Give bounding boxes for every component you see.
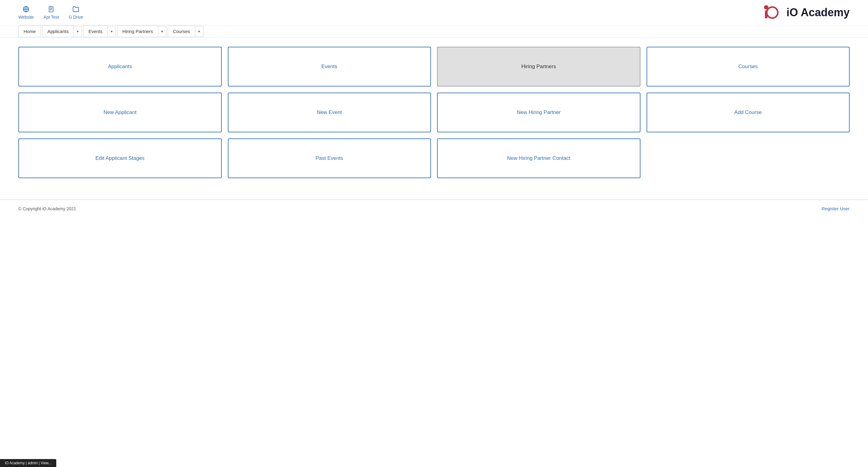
nav-item-events[interactable]: Events <box>83 25 108 37</box>
new-hiring-partner-contact-card[interactable]: New Hiring Partner Contact <box>437 138 641 178</box>
nav-item-hiring-partners[interactable]: Hiring Partners <box>117 25 158 37</box>
add-course-card[interactable]: Add Course <box>647 93 850 132</box>
logo-text-io: i <box>786 6 789 19</box>
website-label: Website <box>18 15 34 20</box>
nav-item-home[interactable]: Home <box>18 25 41 37</box>
logo: iO Academy <box>760 5 850 20</box>
website-link[interactable]: Website <box>18 6 34 20</box>
footer-copyright: © Copyright iO Academy 2021 <box>18 206 76 211</box>
apt-test-link[interactable]: Apt Test <box>43 6 59 20</box>
header-links: Website Apt Test G Drive <box>18 6 83 20</box>
nav-courses-dropdown[interactable]: ▾ <box>195 26 204 37</box>
applicants-card[interactable]: Applicants <box>18 47 222 87</box>
nav-home-group: Home <box>18 25 41 37</box>
edit-applicant-stages-card[interactable]: Edit Applicant Stages <box>18 138 222 178</box>
logo-icon <box>760 5 784 20</box>
grid-row-3: Edit Applicant Stages Past Events New Hi… <box>18 138 850 178</box>
register-user-link[interactable]: Register User <box>822 206 850 211</box>
globe-icon <box>23 6 29 13</box>
new-hiring-partner-card[interactable]: New Hiring Partner <box>437 93 641 132</box>
folder-icon <box>72 6 79 13</box>
svg-rect-8 <box>765 10 767 18</box>
grid-row-2: New Applicant New Event New Hiring Partn… <box>18 93 850 132</box>
doc-icon <box>48 6 55 13</box>
new-applicant-card[interactable]: New Applicant <box>18 93 222 132</box>
nav-item-courses[interactable]: Courses <box>167 25 195 37</box>
footer: © Copyright iO Academy 2021 Register Use… <box>0 200 868 217</box>
g-drive-link[interactable]: G Drive <box>69 6 83 20</box>
courses-card[interactable]: Courses <box>647 47 850 87</box>
hiring-partners-card[interactable]: Hiring Partners <box>437 47 641 87</box>
svg-point-7 <box>767 7 778 18</box>
events-card[interactable]: Events <box>228 47 431 87</box>
apt-test-label: Apt Test <box>43 15 59 20</box>
nav-applicants-dropdown[interactable]: ▾ <box>74 26 82 37</box>
nav-events-dropdown[interactable]: ▾ <box>108 26 116 37</box>
header: Website Apt Test G Drive <box>0 0 868 25</box>
nav-item-applicants[interactable]: Applicants <box>42 25 74 37</box>
nav-events-group: Events ▾ <box>83 25 116 37</box>
bottom-bar: iO Academy | admin | View... <box>0 459 56 467</box>
logo-text: iO Academy <box>786 6 850 19</box>
new-event-card[interactable]: New Event <box>228 93 431 132</box>
nav-hiring-partners-dropdown[interactable]: ▾ <box>158 26 166 37</box>
grid-row-1: Applicants Events Hiring Partners Course… <box>18 47 850 87</box>
main-content: Applicants Events Hiring Partners Course… <box>0 38 868 194</box>
nav-hiring-partners-group: Hiring Partners ▾ <box>117 25 166 37</box>
nav-courses-group: Courses ▾ <box>167 25 204 37</box>
nav-bar: Home Applicants ▾ Events ▾ Hiring Partne… <box>0 25 868 38</box>
nav-applicants-group: Applicants ▾ <box>42 25 82 37</box>
past-events-card[interactable]: Past Events <box>228 138 431 178</box>
g-drive-label: G Drive <box>69 15 83 20</box>
